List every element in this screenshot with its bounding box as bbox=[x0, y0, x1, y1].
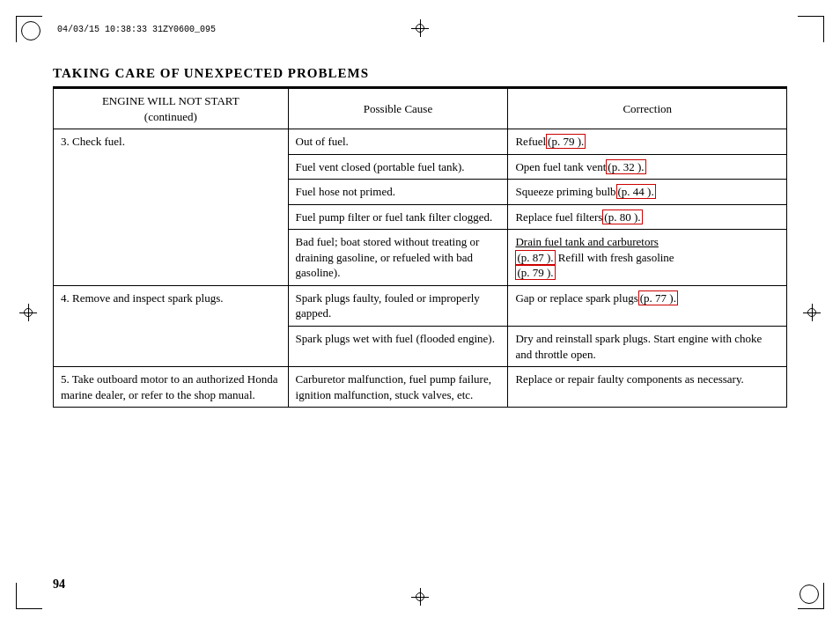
correction-spark-plug-dry: Dry and reinstall spark plugs. Start eng… bbox=[508, 327, 787, 367]
correction-spark-plug-gap: Gap or replace spark plugs(p. 77 ). bbox=[508, 285, 787, 326]
main-table: ENGINE WILL NOT START(continued) Possibl… bbox=[53, 88, 787, 408]
ref-box-p87: (p. 87 ). bbox=[515, 250, 555, 265]
row-label-fuel: 3. Check fuel. bbox=[54, 129, 289, 286]
drain-fuel-text: Drain fuel tank and carburetors bbox=[515, 235, 658, 248]
cause-bad-fuel: Bad fuel; boat stored without treating o… bbox=[288, 230, 508, 286]
ref-box-p44: (p. 44 ). bbox=[616, 184, 656, 199]
correction-fuel-vent: Open fuel tank vent(p. 32 ). bbox=[508, 154, 787, 180]
row-label-spark-plugs: 4. Remove and inspect spark plugs. bbox=[54, 285, 289, 366]
cause-fuel-vent: Fuel vent closed (portable fuel tank). bbox=[288, 154, 508, 180]
ref-box-p80: (p. 80 ). bbox=[602, 210, 642, 224]
correction-repair: Replace or repair faulty components as n… bbox=[508, 367, 787, 408]
corner-mark-top-left bbox=[16, 16, 42, 42]
correction-bad-fuel: Drain fuel tank and carburetors(p. 87 ).… bbox=[508, 230, 787, 286]
reg-mark-right bbox=[803, 304, 821, 321]
corner-mark-bottom-left bbox=[16, 583, 42, 609]
corner-mark-bottom-right bbox=[798, 583, 824, 609]
reg-mark-bottom bbox=[411, 588, 429, 606]
row-label-dealer: 5. Take outboard motor to an authorized … bbox=[54, 367, 289, 408]
ref-box-p79: (p. 79 ). bbox=[546, 134, 586, 149]
table-row: 4. Remove and inspect spark plugs. Spark… bbox=[54, 285, 787, 326]
correction-priming: Squeeze priming bulb(p. 44 ). bbox=[508, 180, 787, 205]
ref-box-p77: (p. 77 ). bbox=[638, 290, 678, 305]
correction-fuel-filter: Replace fuel filters(p. 80 ). bbox=[508, 204, 787, 230]
ref-box-p79b: (p. 79 ). bbox=[515, 265, 555, 280]
header-col1: ENGINE WILL NOT START(continued) bbox=[54, 89, 289, 129]
page-number: 94 bbox=[53, 577, 65, 592]
table-row: 5. Take outboard motor to an authorized … bbox=[54, 367, 787, 408]
table-header-row: ENGINE WILL NOT START(continued) Possibl… bbox=[54, 89, 787, 129]
cause-fuel-hose: Fuel hose not primed. bbox=[288, 180, 508, 205]
page: 04/03/15 10:38:33 31ZY0600_095 TAKING CA… bbox=[0, 0, 840, 625]
header-col3: Correction bbox=[508, 89, 787, 129]
page-title: TAKING CARE OF UNEXPECTED PROBLEMS bbox=[53, 66, 787, 81]
table-row: 3. Check fuel. Out of fuel. Refuel(p. 79… bbox=[54, 129, 787, 155]
header-col2: Possible Cause bbox=[288, 89, 508, 129]
cause-spark-plug-wet: Spark plugs wet with fuel (flooded engin… bbox=[288, 327, 508, 367]
ref-box-p32: (p. 32 ). bbox=[606, 159, 645, 174]
cause-out-of-fuel: Out of fuel. bbox=[288, 129, 508, 155]
main-content: TAKING CARE OF UNEXPECTED PROBLEMS ENGIN… bbox=[53, 66, 787, 572]
reg-mark-top bbox=[411, 19, 429, 37]
correction-refuel: Refuel(p. 79 ). bbox=[508, 129, 787, 155]
cause-fuel-filter: Fuel pump filter or fuel tank filter clo… bbox=[288, 204, 508, 230]
corner-mark-top-right bbox=[798, 16, 824, 42]
reg-mark-left bbox=[19, 304, 37, 321]
timestamp: 04/03/15 10:38:33 31ZY0600_095 bbox=[57, 25, 216, 34]
cause-spark-plug-faulty: Spark plugs faulty, fouled or improperly… bbox=[288, 285, 508, 326]
cause-malfunction: Carburetor malfunction, fuel pump failur… bbox=[288, 367, 508, 408]
